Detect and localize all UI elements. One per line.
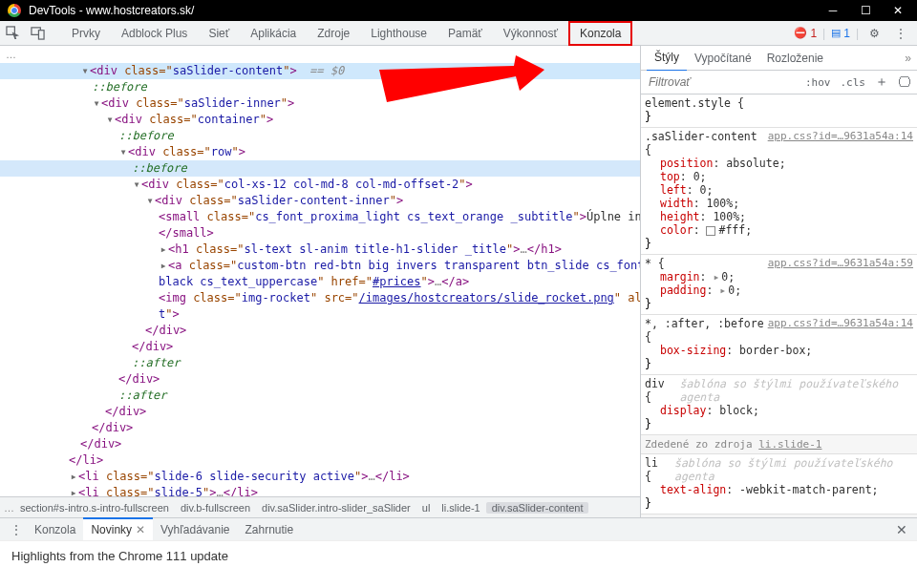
styles-tab-rozloženie[interactable]: Rozloženie bbox=[759, 46, 831, 71]
dom-tree[interactable]: ▾<div class="saSlider-content"> == $0::b… bbox=[0, 63, 640, 517]
dom-node[interactable]: <img class="img-rocket" src="/images/hos… bbox=[0, 290, 640, 306]
dom-node[interactable]: t"> bbox=[0, 306, 640, 323]
dom-node[interactable]: black cs_text_uppercase" href="#prices">… bbox=[0, 274, 640, 290]
drawer-tab-konzola[interactable]: Konzola bbox=[27, 519, 83, 540]
dom-node[interactable]: </div> bbox=[0, 420, 640, 436]
dom-node[interactable]: ::after bbox=[0, 355, 640, 371]
chrome-icon bbox=[8, 4, 21, 17]
dom-tree-truncation: … bbox=[0, 46, 640, 63]
dom-node[interactable]: </div> bbox=[0, 371, 640, 388]
cls-toggle[interactable]: .cls bbox=[836, 76, 871, 89]
window-minimize-button[interactable]: ─ bbox=[827, 4, 839, 17]
tab-aplikácia[interactable]: Aplikácia bbox=[240, 20, 307, 47]
breadcrumb-scroll-left[interactable]: … bbox=[4, 502, 14, 514]
dom-node[interactable]: ::after bbox=[0, 388, 640, 404]
tab-prvky[interactable]: Prvky bbox=[61, 20, 111, 47]
drawer-tabs: ⋮ KonzolaNovinky✕VyhľadávanieZahrnutie ✕ bbox=[0, 517, 917, 540]
hov-toggle[interactable]: :hov bbox=[800, 76, 836, 89]
device-toggle-icon[interactable] bbox=[25, 21, 50, 46]
dom-node[interactable]: </li> bbox=[0, 452, 640, 469]
dom-node[interactable]: </div> bbox=[0, 436, 640, 452]
styles-panel: ŠtýlyVypočítanéRozloženie» :hov .cls ＋ 🖵… bbox=[640, 46, 917, 517]
whats-new-content: Highlights from the Chrome 111 update bbox=[0, 540, 917, 586]
dom-node[interactable]: </div> bbox=[0, 339, 640, 355]
dom-node[interactable]: ▾<div class="row"> bbox=[0, 144, 640, 160]
dom-node[interactable]: ::before bbox=[0, 128, 640, 144]
css-rule[interactable]: .saSlider-content {app.css?id=…9631a54a:… bbox=[641, 128, 917, 255]
tab-zdroje[interactable]: Zdroje bbox=[307, 20, 360, 47]
tab-sieť[interactable]: Sieť bbox=[198, 20, 240, 47]
dom-node[interactable]: </div> bbox=[0, 404, 640, 420]
new-style-rule-icon[interactable]: ＋ bbox=[870, 74, 893, 91]
settings-gear-icon[interactable]: ⚙ bbox=[864, 27, 885, 40]
styles-tabs: ŠtýlyVypočítanéRozloženie» bbox=[641, 46, 917, 71]
css-rule[interactable]: li {šablóna so štýlmi používateľského ag… bbox=[641, 454, 917, 514]
drawer-menu-icon[interactable]: ⋮ bbox=[6, 523, 27, 536]
breadcrumb-trail[interactable]: … section#s-intro.s-intro-fullscreendiv.… bbox=[0, 496, 640, 517]
computed-styles-icon[interactable]: 🖵 bbox=[893, 74, 916, 90]
breadcrumb-item[interactable]: li.slide-1 bbox=[436, 502, 485, 514]
styles-filter-input[interactable] bbox=[641, 71, 800, 94]
messages-badge[interactable]: ▤1 bbox=[831, 27, 850, 40]
dom-node[interactable]: </div> bbox=[0, 323, 640, 339]
dom-node[interactable]: ▾<div class="container"> bbox=[0, 112, 640, 128]
dom-node[interactable]: ▸<li class="slide-6 slide-security activ… bbox=[0, 469, 640, 485]
inherited-from: Zdedené zo zdroja ul bbox=[641, 514, 917, 517]
css-rule[interactable]: div {šablóna so štýlmi používateľského a… bbox=[641, 375, 917, 435]
dom-node[interactable]: <small class="cs_font_proxima_light cs_t… bbox=[0, 209, 640, 225]
dom-node[interactable]: ▾<div class="saSlider-inner"> bbox=[0, 95, 640, 112]
dom-node[interactable]: ▾<div class="saSlider-content"> == $0 bbox=[0, 63, 640, 79]
close-tab-icon[interactable]: ✕ bbox=[136, 523, 145, 536]
tab-konzola[interactable]: Konzola bbox=[568, 21, 632, 46]
dom-node[interactable]: ▾<div class="saSlider-content-inner"> bbox=[0, 193, 640, 209]
dom-node[interactable]: ::before bbox=[0, 160, 640, 177]
elements-panel: … ▾<div class="saSlider-content"> == $0:… bbox=[0, 46, 640, 517]
more-menu-icon[interactable]: ⋮ bbox=[890, 27, 911, 40]
drawer-tab-vyhľadávanie[interactable]: Vyhľadávanie bbox=[153, 519, 237, 540]
breadcrumb-item[interactable]: div.saSlider-content bbox=[486, 502, 589, 514]
whats-new-headline: Highlights from the Chrome 111 update bbox=[11, 549, 228, 563]
styles-rules[interactable]: element.style {}.saSlider-content {app.c… bbox=[641, 94, 917, 517]
inspect-element-icon[interactable] bbox=[0, 21, 25, 46]
window-titlebar: DevTools - www.hostcreators.sk/ ─ ☐ ✕ bbox=[0, 0, 917, 21]
window-close-button[interactable]: ✕ bbox=[892, 4, 904, 17]
breadcrumb-item[interactable]: ul bbox=[416, 502, 437, 514]
breadcrumb-item[interactable]: div.saSlider.intro-slider_saSlider bbox=[256, 502, 416, 514]
dom-node[interactable]: </small> bbox=[0, 225, 640, 242]
dom-node[interactable]: ▾<div class="col-xs-12 col-md-8 col-md-o… bbox=[0, 177, 640, 193]
drawer-tab-zahrnutie[interactable]: Zahrnutie bbox=[238, 519, 302, 540]
breadcrumb-item[interactable]: div.b-fullscreen bbox=[175, 502, 256, 514]
tab-výkonnosť[interactable]: Výkonnosť bbox=[493, 20, 568, 47]
drawer-tab-novinky[interactable]: Novinky✕ bbox=[83, 517, 153, 540]
styles-filter-row: :hov .cls ＋ 🖵 ◧ bbox=[641, 71, 917, 94]
dom-node[interactable]: ▸<h1 class="sl-text sl-anim title-h1-sli… bbox=[0, 242, 640, 258]
drawer-close-icon[interactable]: ✕ bbox=[892, 522, 911, 537]
styles-tab-vypočítané[interactable]: Vypočítané bbox=[687, 46, 759, 71]
css-rule[interactable]: * {app.css?id=…9631a54a:59margin: 0;padd… bbox=[641, 255, 917, 315]
breadcrumb-item[interactable]: section#s-intro.s-intro-fullscreen bbox=[14, 502, 175, 514]
styles-tabs-overflow-icon[interactable]: » bbox=[905, 52, 911, 65]
panel-tabs: PrvkyAdblock PlusSieťAplikáciaZdrojeLigh… bbox=[61, 20, 632, 47]
error-badge[interactable]: ⛔1 bbox=[794, 27, 817, 40]
css-rule[interactable]: element.style {} bbox=[641, 94, 917, 128]
window-maximize-button[interactable]: ☐ bbox=[860, 4, 871, 17]
css-rule[interactable]: *, :after, :before {app.css?id=…9631a54a… bbox=[641, 315, 917, 375]
tab-pamäť[interactable]: Pamäť bbox=[437, 20, 493, 47]
dom-node[interactable]: ▸<a class="custom-btn red-btn big invers… bbox=[0, 258, 640, 274]
tab-lighthouse[interactable]: Lighthouse bbox=[360, 20, 437, 47]
devtools-toolbar: PrvkyAdblock PlusSieťAplikáciaZdrojeLigh… bbox=[0, 21, 917, 46]
tab-adblock-plus[interactable]: Adblock Plus bbox=[111, 20, 198, 47]
dom-node[interactable]: ::before bbox=[0, 79, 640, 95]
window-title: DevTools - www.hostcreators.sk/ bbox=[29, 4, 827, 17]
styles-tab-štýly[interactable]: Štýly bbox=[647, 46, 687, 72]
inherited-from: Zdedené zo zdroja li.slide-1 bbox=[641, 435, 917, 454]
svg-rect-2 bbox=[38, 31, 44, 39]
